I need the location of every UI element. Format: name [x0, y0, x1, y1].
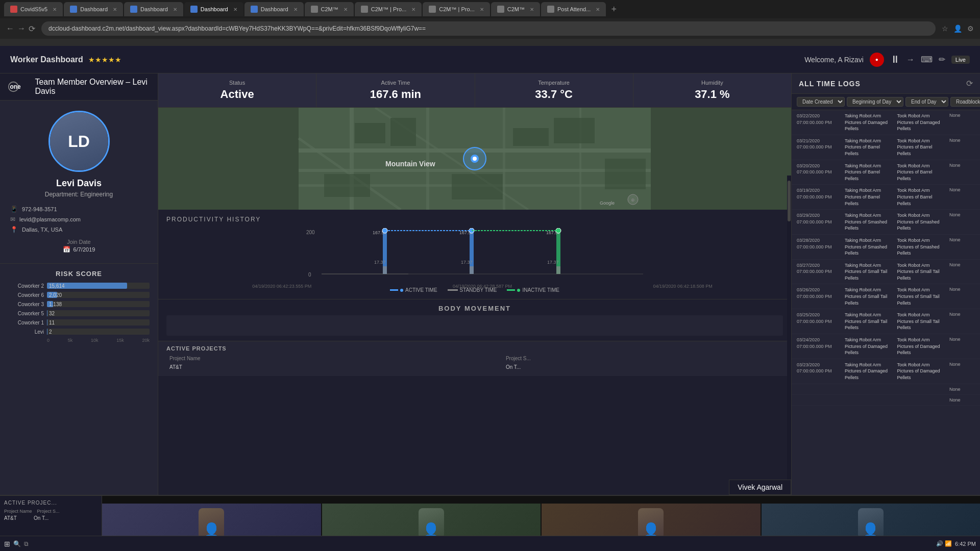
filter-roadblocks[interactable]: Roadblocks	[950, 97, 980, 107]
stat-active-time: Active Time 167.6 min	[316, 73, 475, 107]
tab-post[interactable]: Post Attend... ✕	[541, 2, 606, 16]
profile-name: Levi Davis	[56, 178, 102, 189]
middle-panel: Status Active Active Time 167.6 min Temp…	[158, 73, 791, 551]
log-row: 03/20/2020 07:00:00.000 PM Taking Robot …	[792, 160, 980, 185]
tab-favicon	[130, 6, 137, 13]
windows-icon[interactable]: ⊞	[4, 540, 10, 548]
svg-text:⊕: ⊕	[631, 197, 635, 203]
refresh-button[interactable]: ⟳	[966, 79, 973, 88]
filter-beginning-of-day[interactable]: Beginning of Day	[847, 97, 903, 107]
panel-header: one Team Member Overview – Levi Davis	[0, 73, 158, 101]
new-tab-button[interactable]: +	[607, 4, 621, 15]
scrollbar-thumb[interactable]	[788, 181, 791, 221]
reload-button[interactable]: ⟳	[29, 24, 35, 34]
live-indicator-button[interactable]: ●	[870, 53, 884, 67]
svg-rect-17	[452, 174, 503, 199]
log-roadblock: None	[949, 337, 975, 356]
taskview-icon[interactable]: ⧉	[24, 540, 29, 547]
active-proj-mini-title: ACTIVE PROJEC...	[4, 500, 97, 506]
back-button[interactable]: ←	[6, 24, 14, 33]
location-text: Dallas, TX, USA	[22, 227, 62, 233]
risk-value: 2	[49, 329, 52, 335]
svg-text:one: one	[10, 83, 20, 90]
risk-row-coworker2: Coworker 2 15,614	[8, 283, 150, 289]
log-roadblock: None	[949, 113, 975, 132]
risk-bar-bg: 11	[47, 319, 150, 325]
map-area: Mountain View Google ⊕	[158, 108, 791, 210]
header-right: Welcome, A Rizavi ● ⏸ → ⌨ ✏ Live	[804, 53, 970, 67]
log-date: 03/20/2020 07:00:00.000 PM	[797, 163, 843, 182]
log-date	[797, 387, 843, 392]
log-end: Took Robot Arm Pictures of Small Tail Pe…	[897, 287, 948, 306]
tab-c2m1[interactable]: C2M™ ✕	[305, 2, 354, 16]
tab-dash2[interactable]: Dashboard ✕	[124, 2, 183, 16]
email-icon: ✉	[10, 216, 15, 223]
log-roadblock: None	[949, 187, 975, 207]
projects-col-name: Project Name	[167, 355, 503, 362]
search-icon[interactable]: 🔍	[13, 540, 21, 547]
risk-value: 32	[49, 310, 55, 316]
extensions-icon[interactable]: ⚙	[967, 24, 974, 33]
tab-dash3-active[interactable]: Dashboard ✕	[184, 2, 243, 16]
risk-bar-bg: 15,614	[47, 283, 150, 289]
log-end: Took Robot Arm Pictures of Damaged Pelle…	[897, 362, 948, 381]
risk-row-coworker3: Coworker 3 1,138	[8, 301, 150, 307]
forward-button[interactable]: →	[17, 24, 26, 33]
bookmark-icon[interactable]: ☆	[942, 24, 948, 33]
app-title: Worker Dashboard	[10, 55, 83, 64]
log-roadblock: None	[949, 163, 975, 182]
tab-c2m4[interactable]: C2M™ ✕	[491, 2, 540, 16]
profile-icon[interactable]: 👤	[953, 24, 962, 33]
edit-icon[interactable]: ✏	[939, 55, 945, 64]
log-date	[797, 397, 843, 403]
tab-favicon	[547, 6, 554, 13]
browser-chrome: CovidS5v5 ✕ Dashboard ✕ Dashboard ✕ Dash…	[0, 0, 980, 46]
main-content: one Team Member Overview – Levi Davis LD…	[0, 73, 980, 551]
log-date: 03/28/2020 07:00:00.000 PM	[797, 237, 843, 257]
pause-button[interactable]: ⏸	[890, 54, 900, 65]
log-date: 03/27/2020 07:00:00.000 PM	[797, 262, 843, 282]
projects-title: ACTIVE PROJECTS	[166, 345, 783, 352]
log-roadblock: None	[949, 138, 975, 157]
filter-date-created[interactable]: Date Created	[797, 97, 845, 107]
taskbar: ⊞ 🔍 ⧉ 🔊 📶 6:42 PM	[0, 536, 980, 551]
timestamp-3: 04/19/2020 06:42:18.508 PM	[653, 284, 713, 289]
risk-label: Coworker 5	[8, 311, 44, 316]
log-beginning: Taking Robot Arm Pictures of Smashed Pel…	[845, 237, 895, 257]
risk-row-levi: Levi 2	[8, 329, 150, 335]
stat-active-time-value: 167.6 min	[325, 88, 466, 101]
svg-rect-13	[390, 118, 416, 146]
tab-covid[interactable]: CovidS5v5 ✕	[4, 2, 63, 16]
svg-rect-14	[513, 128, 549, 146]
phone-number: 972-948-3571	[22, 206, 57, 212]
log-beginning: Taking Robot Arm Pictures of Barrel Pell…	[845, 163, 895, 182]
tab-dash1[interactable]: Dashboard ✕	[64, 2, 123, 16]
phone-row: 📱 972-948-3571	[10, 204, 148, 214]
tab-c2m3[interactable]: C2M™ | Pro... ✕	[423, 2, 489, 16]
filter-end-of-day[interactable]: End of Day	[905, 97, 948, 107]
risk-label: Coworker 3	[8, 302, 44, 307]
tab-c2m2[interactable]: C2M™ | Pro... ✕	[355, 2, 422, 16]
svg-text:17.37: 17.37	[374, 260, 386, 265]
share-icon[interactable]: →	[906, 55, 915, 64]
page-title: Team Member Overview – Levi Davis	[35, 78, 150, 96]
join-date-section: Join Date 📅 6/7/2019	[63, 239, 95, 253]
risk-label: Coworker 6	[8, 292, 44, 298]
log-row: 03/26/2020 07:00:00.000 PM Taking Robot …	[792, 284, 980, 309]
svg-rect-42	[556, 266, 560, 274]
broadcast-icon[interactable]: ⌨	[921, 55, 933, 64]
log-beginning: Taking Robot Arm Pictures of Small Tail …	[845, 262, 895, 282]
stat-status: Status Active	[158, 73, 316, 107]
project-row: AT&T On T...	[167, 363, 782, 371]
tab-favicon	[497, 6, 504, 13]
tab-dash4[interactable]: Dashboard ✕	[244, 2, 304, 16]
stats-bar: Status Active Active Time 167.6 min Temp…	[158, 73, 791, 108]
log-row: 03/25/2020 07:00:00.000 PM Taking Robot …	[792, 309, 980, 334]
logs-title: ALL TIME LOGS	[799, 80, 861, 88]
tab-favicon	[429, 6, 436, 13]
url-bar[interactable]: dccloud-dashboard.c2m.net/dashboard_view…	[41, 21, 936, 36]
stat-humidity: Humidity 37.1 %	[633, 73, 791, 107]
log-beginning: Taking Robot Arm Pictures of Small Tail …	[845, 287, 895, 306]
join-date-value: 6/7/2019	[74, 246, 95, 253]
log-beginning: Taking Robot Arm Pictures of Barrel Pell…	[845, 138, 895, 157]
